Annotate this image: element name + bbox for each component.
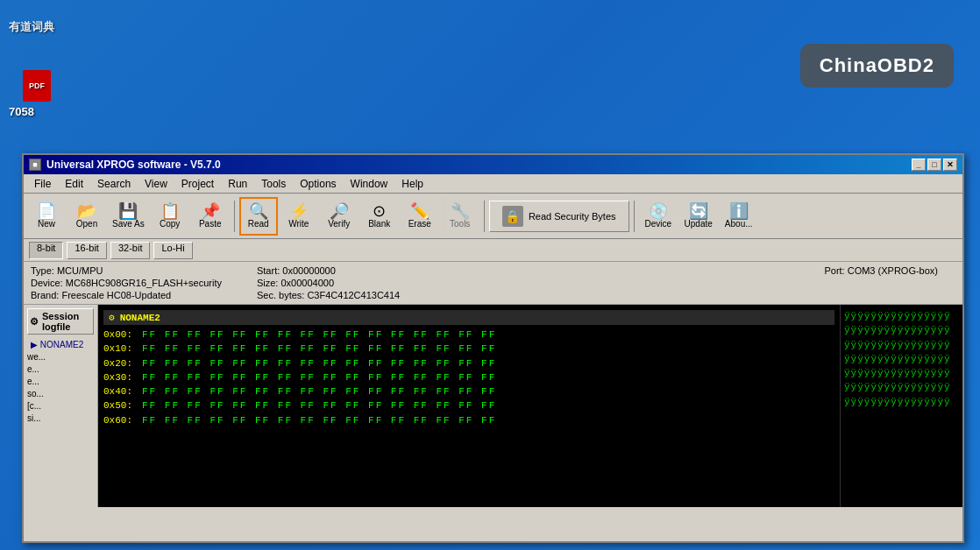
menu-window[interactable]: Window: [344, 176, 395, 192]
device-label: Device: [644, 220, 671, 229]
about-icon: ℹ️: [729, 203, 749, 219]
lock-icon: 🔒: [502, 206, 523, 227]
update-icon: 🔄: [689, 203, 708, 219]
menu-file[interactable]: File: [27, 176, 58, 192]
separator-1: [234, 201, 235, 232]
about-button[interactable]: ℹ️ Abou...: [720, 197, 758, 236]
erase-button[interactable]: ✏️ Erase: [401, 197, 439, 236]
logfile-text-e1: e...: [27, 363, 94, 376]
open-label: Open: [76, 220, 97, 229]
write-label: Write: [288, 220, 309, 229]
hex-addr-5: 0x50:: [103, 399, 138, 412]
hex-addr-4: 0x40:: [103, 385, 138, 398]
close-button[interactable]: ✕: [943, 159, 957, 171]
info-col-right: Port: COM3 (XPROG-box): [824, 265, 955, 300]
menu-project[interactable]: Project: [174, 176, 221, 192]
content-area: ⚙ Session logfile ▶ NONAME2 we... e... e…: [24, 305, 962, 507]
32bit-button[interactable]: 32-bit: [110, 242, 151, 259]
sec-bytes-info: Sec. bytes: C3F4C412C413C414: [257, 290, 400, 300]
write-button[interactable]: ⚡ Write: [280, 197, 318, 236]
hex-row-1: 0x10: FF FF FF FF FF FF FF FF FF FF FF F…: [103, 342, 834, 355]
device-icon: 💿: [649, 203, 668, 219]
ascii-row-1: ÿÿÿÿÿÿÿÿÿÿÿÿÿÿÿÿ: [844, 324, 959, 336]
hex-bytes-5: FF FF FF FF FF FF FF FF FF FF FF FF FF F…: [142, 399, 496, 412]
device-button[interactable]: 💿 Device: [639, 197, 678, 236]
verify-label: Verify: [328, 220, 350, 229]
pdf-icon-image: PDF: [23, 70, 51, 102]
menu-view[interactable]: View: [138, 176, 174, 192]
menu-bar: File Edit Search View Project Run Tools …: [24, 174, 962, 194]
read-security-bytes-label: Read Security Bytes: [529, 211, 616, 222]
logfile-node[interactable]: ▶ NONAME2: [27, 338, 94, 351]
new-button[interactable]: 📄 New: [27, 197, 66, 236]
menu-tools[interactable]: Tools: [254, 176, 293, 192]
hex-addr-6: 0x60:: [103, 414, 138, 427]
update-button[interactable]: 🔄 Update: [679, 197, 718, 236]
copy-icon: 📋: [160, 203, 180, 219]
logfile-text-so: so...: [27, 388, 94, 400]
ascii-row-0: ÿÿÿÿÿÿÿÿÿÿÿÿÿÿÿÿ: [844, 310, 959, 322]
app-window: ■ Universal XPROG software - V5.7.0 _ □ …: [22, 153, 964, 543]
hex-addr-1: 0x10:: [103, 342, 138, 355]
ascii-row-3: ÿÿÿÿÿÿÿÿÿÿÿÿÿÿÿÿ: [844, 353, 959, 365]
logfile-text-we: we...: [27, 351, 94, 363]
pdf-desktop-icon[interactable]: PDF: [11, 70, 63, 102]
ascii-row-4: ÿÿÿÿÿÿÿÿÿÿÿÿÿÿÿÿ: [844, 367, 959, 379]
separator-3: [634, 201, 635, 232]
open-icon: 📂: [77, 203, 96, 219]
type-info: Type: MCU/MPU: [31, 265, 222, 276]
read-security-bytes-button[interactable]: 🔒 Read Security Bytes: [489, 201, 629, 232]
port-info: Port: COM3 (XPROG-box): [824, 265, 938, 276]
open-button[interactable]: 📂 Open: [67, 197, 106, 236]
maximize-button[interactable]: □: [927, 159, 941, 171]
read-label: Read: [248, 220, 269, 229]
paste-icon: 📌: [201, 203, 220, 219]
copy-button[interactable]: 📋 Copy: [151, 197, 189, 236]
desktop: 有道词典 PDF 7058 ChinaOBD2 ■ Universal XPRO…: [0, 0, 980, 550]
ascii-panel: ÿÿÿÿÿÿÿÿÿÿÿÿÿÿÿÿ ÿÿÿÿÿÿÿÿÿÿÿÿÿÿÿÿ ÿÿÿÿÿÿ…: [840, 305, 962, 507]
hex-bytes-0: FF FF FF FF FF FF FF FF FF FF FF FF FF F…: [142, 328, 496, 341]
menu-help[interactable]: Help: [394, 176, 430, 192]
menu-options[interactable]: Options: [293, 176, 343, 192]
info-col-left: Type: MCU/MPU Device: MC68HC908GR16_FLAS…: [31, 265, 222, 300]
blank-button[interactable]: ⊙ Blank: [360, 197, 399, 236]
new-label: New: [38, 220, 55, 229]
tools-label: Tools: [450, 220, 470, 229]
lohi-button[interactable]: Lo-Hi: [153, 242, 192, 259]
hex-row-0: 0x00: FF FF FF FF FF FF FF FF FF FF FF F…: [103, 328, 834, 341]
logfile-title: Session logfile: [42, 311, 91, 332]
separator-2: [484, 201, 485, 232]
16bit-button[interactable]: 16-bit: [67, 242, 107, 259]
device-info: Device: MC68HC908GR16_FLASH+security: [31, 278, 222, 288]
ascii-row-2: ÿÿÿÿÿÿÿÿÿÿÿÿÿÿÿÿ: [844, 339, 959, 351]
hex-row-3: 0x30: FF FF FF FF FF FF FF FF FF FF FF F…: [103, 371, 834, 384]
save-as-button[interactable]: 💾 Save As: [108, 197, 149, 236]
menu-search[interactable]: Search: [90, 176, 138, 192]
hex-bytes-4: FF FF FF FF FF FF FF FF FF FF FF FF FF F…: [142, 385, 496, 398]
verify-button[interactable]: 🔎 Verify: [320, 197, 359, 236]
8bit-button[interactable]: 8-bit: [29, 242, 63, 259]
brand-info: Brand: Freescale HC08-Updated: [31, 290, 222, 300]
tools-button[interactable]: 🔧 Tools: [441, 197, 479, 236]
verify-icon: 🔎: [330, 203, 349, 219]
hex-bytes-6: FF FF FF FF FF FF FF FF FF FF FF FF FF F…: [142, 414, 496, 427]
title-bar-controls: _ □ ✕: [912, 159, 957, 171]
menu-edit[interactable]: Edit: [58, 176, 90, 192]
minimize-button[interactable]: _: [912, 159, 926, 171]
paste-button[interactable]: 📌 Paste: [191, 197, 230, 236]
paste-label: Paste: [199, 220, 222, 229]
blank-icon: ⊙: [373, 203, 386, 219]
app-icon: ■: [29, 159, 41, 171]
copy-label: Copy: [160, 220, 180, 229]
write-icon: ⚡: [289, 203, 309, 219]
update-label: Update: [685, 220, 713, 229]
read-button[interactable]: 🔍 Read: [239, 197, 278, 236]
hex-addr-3: 0x30:: [103, 371, 138, 384]
blank-label: Blank: [368, 220, 390, 229]
hex-addr-0: 0x00:: [103, 328, 138, 341]
hex-row-5: 0x50: FF FF FF FF FF FF FF FF FF FF FF F…: [103, 399, 834, 412]
hex-panel: ⚙ NONAME2 0x00: FF FF FF FF FF FF FF FF …: [98, 305, 840, 507]
tools-icon: 🔧: [451, 203, 470, 219]
hex-row-6: 0x60: FF FF FF FF FF FF FF FF FF FF FF F…: [103, 414, 834, 427]
menu-run[interactable]: Run: [221, 176, 254, 192]
